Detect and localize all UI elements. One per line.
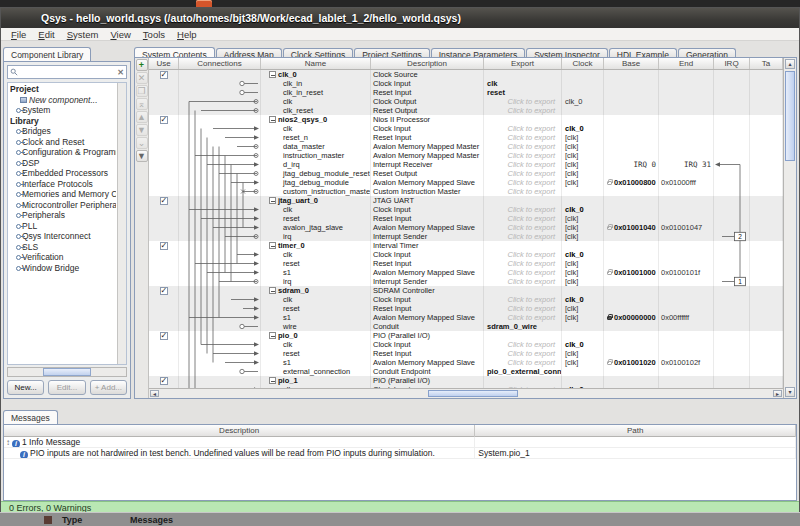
cell-connections[interactable] — [179, 286, 261, 295]
table-row[interactable]: clk_in_resetReset Inputreset — [149, 88, 783, 97]
cell-connections[interactable] — [179, 223, 261, 232]
menu-view[interactable]: View — [104, 29, 136, 40]
table-row[interactable]: timer_0Interval Timer — [149, 241, 783, 250]
cell-base[interactable] — [604, 151, 659, 160]
cell-name[interactable]: irq — [261, 232, 371, 241]
cell-base[interactable]: 0x01001020 — [604, 358, 659, 367]
cell-base[interactable] — [604, 340, 659, 349]
cell-base[interactable] — [604, 214, 659, 223]
component-search[interactable]: ✕ — [7, 65, 127, 79]
cell-export[interactable]: sdram_0_wire — [484, 322, 562, 331]
cell-base[interactable] — [604, 277, 659, 286]
base-address[interactable]: 0x01001000 — [614, 268, 656, 277]
tab-address-map[interactable]: Address Map — [216, 48, 282, 57]
export-placeholder[interactable]: Click to export — [487, 178, 561, 187]
cell-clock[interactable] — [562, 196, 604, 205]
export-placeholder[interactable]: Click to export — [487, 124, 561, 133]
cell-irq[interactable] — [714, 205, 750, 214]
tab-system-contents[interactable]: System Contents — [134, 47, 215, 57]
cell-clock[interactable] — [562, 106, 604, 115]
cell-irq[interactable] — [714, 97, 750, 106]
scrollbar-thumb[interactable] — [43, 368, 90, 376]
scroll-left-icon[interactable]: ◂ — [150, 390, 159, 397]
scrollbar-thumb[interactable] — [785, 71, 795, 161]
cell-export[interactable]: Click to export — [484, 349, 562, 358]
cell-use[interactable] — [149, 286, 179, 295]
cell-connections[interactable] — [179, 214, 261, 223]
cell-connections[interactable] — [179, 358, 261, 367]
table-row[interactable]: jtag_uart_0JTAG UART — [149, 196, 783, 205]
export-placeholder[interactable]: Click to export — [487, 160, 561, 169]
cell-export[interactable]: Click to export — [484, 160, 562, 169]
cell-clock[interactable]: clk_0 — [562, 250, 604, 259]
column-header-end[interactable]: End — [659, 58, 714, 69]
cell-clock[interactable]: [clk] — [562, 349, 604, 358]
cell-irq[interactable] — [714, 259, 750, 268]
cell-clock[interactable]: clk_0 — [562, 295, 604, 304]
cell-clock[interactable]: [clk] — [562, 160, 604, 169]
cell-clock[interactable] — [562, 241, 604, 250]
cell-clock[interactable]: [clk] — [562, 214, 604, 223]
new-button[interactable]: New... — [7, 380, 44, 395]
cell-export[interactable]: clk — [484, 79, 562, 88]
table-row[interactable]: wireConduitsdram_0_wire — [149, 322, 783, 331]
cell-export[interactable]: Click to export — [484, 151, 562, 160]
table-row[interactable]: custom_instruction_masterCustom Instruct… — [149, 187, 783, 196]
menu-file[interactable]: File — [5, 29, 32, 40]
cell-name[interactable]: clk — [261, 97, 371, 106]
cell-base[interactable] — [604, 142, 659, 151]
table-row[interactable]: clk_inClock Inputclk — [149, 79, 783, 88]
cell-irq[interactable] — [714, 340, 750, 349]
table-row[interactable]: irqInterrupt SenderClick to export[clk] — [149, 232, 783, 241]
export-placeholder[interactable]: Click to export — [487, 187, 561, 196]
use-checkbox[interactable] — [160, 377, 168, 385]
export-placeholder[interactable]: Click to export — [487, 106, 561, 115]
cell-base[interactable] — [604, 349, 659, 358]
cell-export[interactable]: Click to export — [484, 124, 562, 133]
tree-item-memories-and-memory-contro[interactable]: Memories and Memory Contro — [10, 189, 116, 200]
filter-icon[interactable]: ▼ — [136, 150, 148, 162]
cell-export[interactable]: Click to export — [484, 268, 562, 277]
cell-name[interactable]: external_connection — [261, 367, 371, 376]
cell-export[interactable]: Click to export — [484, 214, 562, 223]
table-row[interactable]: pio_0PIO (Parallel I/O) — [149, 331, 783, 340]
cell-name[interactable]: clk — [261, 295, 371, 304]
cell-connections[interactable] — [179, 367, 261, 376]
cell-irq[interactable] — [714, 232, 750, 241]
use-checkbox[interactable] — [160, 71, 168, 79]
cell-use[interactable] — [149, 196, 179, 205]
cell-export[interactable]: Click to export — [484, 142, 562, 151]
table-row[interactable]: resetReset InputClick to export[clk] — [149, 349, 783, 358]
cell-clock[interactable]: [clk] — [562, 178, 604, 187]
cell-name[interactable]: irq — [261, 277, 371, 286]
cell-connections[interactable] — [179, 241, 261, 250]
table-row[interactable]: s1Avalon Memory Mapped SlaveClick to exp… — [149, 313, 783, 322]
tree-item-verification[interactable]: Verification — [10, 252, 116, 263]
cell-irq[interactable] — [714, 349, 750, 358]
tab-component-library[interactable]: Component Library — [3, 47, 91, 61]
tree-item-dsp[interactable]: DSP — [10, 158, 116, 169]
tree-item-bridges[interactable]: Bridges — [10, 126, 116, 137]
cell-connections[interactable] — [179, 259, 261, 268]
cell-base[interactable]: 0x01001000 — [604, 268, 659, 277]
export-placeholder[interactable]: Click to export — [487, 277, 561, 286]
scrollbar-thumb[interactable] — [428, 390, 518, 397]
cell-base[interactable]: IRQ 0 — [604, 160, 659, 169]
cell-name[interactable]: reset — [261, 304, 371, 313]
menu-tools[interactable]: Tools — [137, 29, 171, 40]
export-placeholder[interactable]: Click to export — [487, 133, 561, 142]
cell-clock[interactable] — [562, 79, 604, 88]
export-placeholder[interactable]: Click to export — [487, 97, 561, 106]
cell-base[interactable] — [604, 295, 659, 304]
cell-base[interactable]: 0x01001040 — [604, 223, 659, 232]
cell-connections[interactable] — [179, 304, 261, 313]
table-row[interactable]: reset_nReset InputClick to export[clk] — [149, 133, 783, 142]
cell-base[interactable] — [604, 70, 659, 79]
cell-irq[interactable] — [714, 322, 750, 331]
export-placeholder[interactable]: Click to export — [487, 349, 561, 358]
export-placeholder[interactable]: Click to export — [487, 250, 561, 259]
collapse-icon[interactable] — [269, 287, 276, 294]
cell-irq[interactable] — [714, 187, 750, 196]
cell-irq[interactable] — [714, 214, 750, 223]
cell-name[interactable]: clk_in_reset — [261, 88, 371, 97]
